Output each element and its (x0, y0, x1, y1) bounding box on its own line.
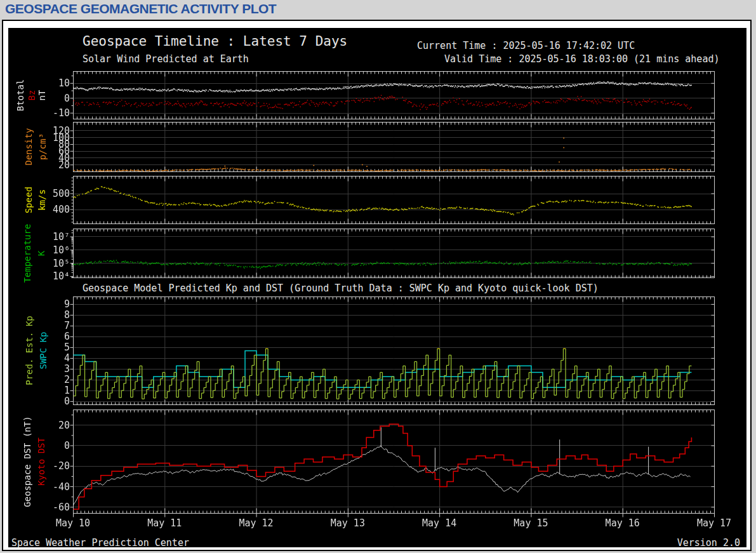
ytick-temperature-2: 10⁵ (42, 258, 70, 269)
solar-wind-subtitle: Solar Wind Predicted at Earth (83, 53, 249, 65)
xtick-3: May 13 (319, 517, 376, 529)
axis-label-dst-0: Geospace DST (nT) (22, 416, 32, 507)
panel-speed-canvas (69, 176, 715, 229)
axis-label-speed-0: Speed (23, 186, 34, 213)
footer-version: Version 2.0 (677, 537, 740, 549)
xtick-4: May 14 (411, 517, 468, 529)
axis-label-speed-1: km/s (37, 189, 47, 211)
panel-temperature-canvas (69, 229, 715, 283)
plot-title: Geospace Timeline : Latest 7 Days (83, 34, 347, 49)
axis-label-kp-1: SWPC Kp (38, 331, 48, 369)
xtick-2: May 12 (228, 517, 285, 529)
ytick-kp-9: 0 (42, 396, 70, 407)
panel-dst-canvas (69, 410, 715, 518)
ytick-dst-0: 20 (42, 420, 70, 431)
ytick-kp-1: 8 (42, 309, 70, 321)
axis-label-imf-1: Bz (27, 90, 37, 100)
ytick-density-5: 20 (42, 159, 70, 171)
ytick-kp-0: 9 (42, 298, 70, 310)
xtick-0: May 10 (44, 517, 102, 529)
xtick-1: May 11 (136, 517, 193, 529)
ytick-kp-2: 7 (42, 320, 70, 331)
geospace-activity-page: GEOSPACE GEOMAGNETIC ACTIVITY PLOT Geosp… (0, 0, 756, 553)
page-title: GEOSPACE GEOMAGNETIC ACTIVITY PLOT (5, 1, 276, 17)
axis-label-imf-2: nT (37, 90, 47, 100)
plot-card: Geospace Timeline : Latest 7 Days Curren… (2, 20, 752, 551)
panel-kp-canvas (69, 296, 715, 410)
axis-label-imf-0: Btotal (15, 79, 25, 111)
axis-label-kp-0: Pred. Est. Kp (24, 316, 34, 385)
panel-density-canvas (69, 122, 715, 177)
xtick-7: May 17 (686, 517, 743, 529)
geospace-plot: Geospace Timeline : Latest 7 Days Curren… (8, 28, 746, 547)
xtick-6: May 16 (594, 517, 651, 529)
kp-dst-subtitle: Geospace Model Predicted Kp and DST (Gro… (83, 283, 599, 294)
panel-imf-canvas (69, 71, 715, 124)
footer-credit: Space Weather Prediction Center (11, 537, 189, 549)
ytick-kp-8: 1 (42, 385, 70, 396)
valid-time-label: Valid Time : 2025-05-16 18:03:00 (21 min… (444, 53, 719, 65)
ytick-kp-7: 2 (42, 374, 70, 385)
axis-label-density-1: p/cm³ (37, 133, 48, 160)
axis-label-density-0: Density (23, 128, 34, 165)
ytick-dst-4: -60 (42, 502, 70, 513)
ytick-temperature-0: 10⁷ (42, 231, 70, 243)
xtick-5: May 15 (502, 517, 559, 529)
ytick-imf-2: -10 (42, 107, 70, 119)
ytick-temperature-3: 10⁴ (42, 270, 70, 282)
axis-label-dst-1: Kyoto DST (36, 437, 46, 486)
axis-label-temperature-1: K (36, 250, 46, 255)
ytick-imf-0: 10 (42, 77, 70, 89)
current-time-label: Current Time : 2025-05-16 17:42:02 UTC (417, 40, 635, 51)
axis-label-temperature-0: Temperature (22, 223, 32, 283)
